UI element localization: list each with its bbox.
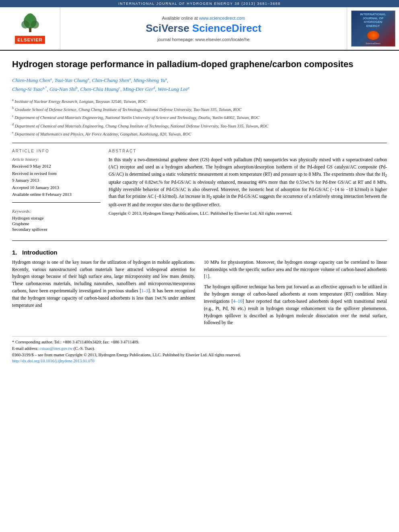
intro-para-2: 10 MPa for physisorption. Moreover, the …: [204, 259, 387, 280]
sciencedirect-area: Available online at www.sciencedirect.co…: [60, 7, 347, 50]
sciencedirect-url[interactable]: www.sciencedirect.com: [199, 16, 245, 21]
affiliation-b: b Graduate School of Defense Science, Ch…: [12, 106, 387, 113]
available-date: Available online 8 February 2013: [12, 191, 101, 197]
cover-title: International Journal ofHYDROGENENERGY: [353, 12, 393, 28]
elsevier-logo-area: ELSEVIER: [0, 7, 60, 50]
elsevier-wordmark: ELSEVIER: [15, 36, 45, 44]
intro-para-1: Hydrogen storage is one of the key issue…: [12, 259, 195, 309]
affiliation-e: e Department of Mathematics and Physics,…: [12, 130, 387, 137]
author-3: Chin-Chang Shena: [92, 77, 131, 83]
author-1: Chien-Hung Chena: [12, 77, 52, 83]
keywords-section: Keywords: Hydrogen storage Graphene Seco…: [12, 208, 101, 231]
footnote-section: * Corresponding author. Tel.: +886 3 471…: [12, 336, 387, 364]
affiliation-c: c Department of Chemical and Materials E…: [12, 114, 387, 121]
journal-header-text: INTERNATIONAL JOURNAL OF HYDROGEN ENERGY…: [118, 2, 281, 6]
keywords-label: Keywords:: [12, 208, 101, 214]
intro-col-left: Hydrogen storage is one of the key issue…: [12, 259, 195, 330]
body-two-col: Hydrogen storage is one of the key issue…: [12, 259, 387, 330]
cover-graphic: [367, 31, 379, 40]
info-abstract-section: ARTICLE INFO Article history: Received 9…: [12, 149, 387, 232]
affiliation-a: a Institute of Nuclear Energy Research, …: [12, 98, 387, 105]
available-online-text: Available online at www.sciencedirect.co…: [162, 16, 245, 21]
accepted-date: Accepted 10 January 2013: [12, 185, 101, 191]
sciverse-title: SciVerse ScienceDirect: [146, 22, 261, 35]
abstract-text: In this study a two-dimensional graphene…: [109, 156, 387, 208]
intro-col-right: 10 MPa for physisorption. Moreover, the …: [204, 259, 387, 330]
author-2: Tsui-Yun Chunga: [54, 77, 89, 83]
doi-note: http://dx.doi.org/10.1016/j.ijhydene.201…: [12, 358, 387, 364]
author-8: Ming-Der Gerd: [123, 86, 155, 92]
cover-publisher: ScienceDirect: [366, 42, 380, 45]
keyword-3: Secondary spillover: [12, 227, 101, 232]
journal-cover-area: International Journal ofHYDROGENENERGY S…: [347, 7, 399, 50]
authors-line: Chien-Hung Chena, Tsui-Yun Chunga, Chin-…: [12, 76, 387, 94]
article-content: Hydrogen storage performance in palladiu…: [0, 51, 399, 372]
abstract-column: ABSTRACT In this study a two-dimensional…: [109, 149, 387, 232]
top-header: ELSEVIER Available online at www.science…: [0, 7, 399, 51]
elsevier-logo: ELSEVIER: [15, 13, 45, 44]
abstract-label: ABSTRACT: [109, 149, 387, 153]
author-7: Chen-Chia Huangc: [80, 86, 120, 92]
keyword-1: Hydrogen storage: [12, 216, 101, 220]
article-title: Hydrogen storage performance in palladiu…: [12, 59, 387, 70]
main-divider: [12, 143, 387, 143]
journal-homepage: journal homepage: www.elsevier.com/locat…: [157, 37, 249, 42]
issn-note: 0360-3199/$ – see front matter Copyright…: [12, 352, 387, 358]
introduction-section: 1. Introduction Hydrogen storage is one …: [12, 249, 387, 330]
section-title: 1. Introduction: [12, 249, 387, 256]
received-date: Received 9 May 2012: [12, 163, 101, 169]
article-info-column: ARTICLE INFO Article history: Received 9…: [12, 149, 101, 232]
article-info-label: ARTICLE INFO: [12, 149, 101, 153]
journal-cover-image: International Journal ofHYDROGENENERGY S…: [351, 10, 395, 47]
body-divider: [12, 240, 387, 241]
doi-link[interactable]: http://dx.doi.org/10.1016/j.ijhydene.201…: [12, 359, 95, 363]
email-note: E-mail address: cstsao@iner.gov.tw (C.-S…: [12, 345, 387, 352]
corresponding-author-note: * Corresponding author. Tel.: +886 3 471…: [12, 339, 387, 345]
svg-point-4: [26, 13, 34, 21]
elsevier-tree-icon: [18, 13, 42, 33]
revised-label: Received in revised form: [12, 170, 101, 177]
author-6: Gia-Nan Shib: [49, 86, 78, 92]
affiliation-d: d Department of Chemical and Materials E…: [12, 122, 387, 129]
affiliations: a Institute of Nuclear Energy Research, …: [12, 98, 387, 137]
revised-date: 9 January 2013: [12, 177, 101, 183]
journal-header-bar: INTERNATIONAL JOURNAL OF HYDROGEN ENERGY…: [0, 0, 399, 7]
history-label: Article history:: [12, 156, 101, 162]
author-5: Cheng-Si Tsaoa,*: [12, 86, 47, 92]
intro-para-3: The hydrogen spillover technique has bee…: [204, 283, 387, 327]
author-9: Wen-Lung Leee: [158, 86, 189, 92]
svg-point-3: [31, 21, 39, 29]
keywords-divider: [12, 202, 101, 203]
svg-point-2: [21, 21, 29, 29]
keyword-2: Graphene: [12, 221, 101, 226]
copyright-line: Copyright © 2013, Hydrogen Energy Public…: [109, 211, 387, 216]
author-4: Ming-Sheng Yua: [134, 77, 167, 83]
email-link[interactable]: cstsao@iner.gov.tw: [39, 346, 72, 351]
